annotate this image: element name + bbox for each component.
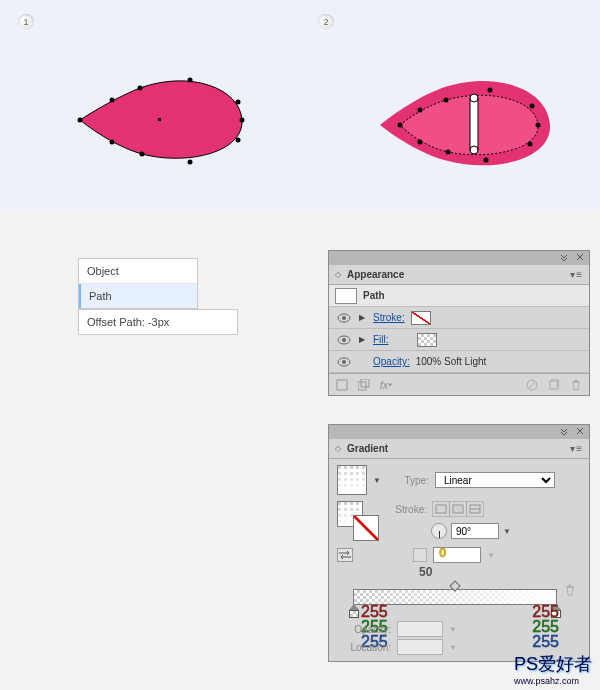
svg-rect-35 xyxy=(436,505,446,513)
vector-shape-2 xyxy=(370,70,560,180)
svg-point-14 xyxy=(444,98,449,103)
gradient-panel: ◇ Gradient ▾≡ ▼ Type: Linear Stroke: xyxy=(328,424,590,662)
reverse-gradient-button[interactable] xyxy=(337,548,353,562)
svg-rect-10 xyxy=(158,118,161,121)
clear-button[interactable] xyxy=(525,378,539,392)
svg-point-4 xyxy=(236,138,241,143)
svg-point-8 xyxy=(78,118,83,123)
duplicate-button[interactable] xyxy=(547,378,561,392)
appearance-target-row[interactable]: Path xyxy=(329,285,589,307)
aspect-ratio-icon xyxy=(413,548,427,562)
panel-tabbar xyxy=(329,251,589,265)
close-icon[interactable] xyxy=(575,252,585,262)
svg-point-5 xyxy=(188,160,193,165)
angle-dial-icon[interactable] xyxy=(431,523,447,539)
svg-point-7 xyxy=(110,140,115,145)
delete-stop-icon[interactable] xyxy=(563,583,577,597)
svg-point-21 xyxy=(418,140,423,145)
opacity-value: 100% Soft Light xyxy=(416,356,487,367)
appearance-fill-row[interactable]: ▶ Fill: xyxy=(329,329,589,351)
svg-point-0 xyxy=(138,86,143,91)
stop-opacity-input[interactable] xyxy=(397,621,443,637)
step-badge: 2 xyxy=(318,14,334,30)
stroke-within-button[interactable] xyxy=(432,501,450,517)
svg-point-20 xyxy=(446,150,451,155)
flyout-menu-icon[interactable]: ▾≡ xyxy=(570,443,583,454)
trash-icon[interactable] xyxy=(569,378,583,392)
svg-point-13 xyxy=(470,146,478,154)
svg-rect-36 xyxy=(453,505,463,513)
panel-tabbar xyxy=(329,425,589,439)
visibility-icon[interactable] xyxy=(335,309,353,327)
fill-stroke-swatches[interactable] xyxy=(337,501,379,541)
angle-input[interactable] xyxy=(451,523,499,539)
gradient-preview-swatch[interactable] xyxy=(337,465,367,495)
panel-title: Appearance xyxy=(347,269,404,280)
stroke-along-button[interactable] xyxy=(449,501,467,517)
new-art-button[interactable] xyxy=(335,378,349,392)
appearance-panel: ◇ Appearance ▾≡ Path ▶ Stroke: ▶ Fill: O… xyxy=(328,250,590,396)
stroke-across-button[interactable] xyxy=(466,501,484,517)
svg-point-17 xyxy=(536,123,541,128)
svg-rect-11 xyxy=(470,98,478,150)
preview-pane-1: 1 xyxy=(0,0,298,210)
midpoint-annotation: 50 xyxy=(419,565,600,579)
type-label: Type: xyxy=(387,475,429,486)
fill-swatch[interactable] xyxy=(417,333,437,347)
step-badge: 1 xyxy=(18,14,34,30)
vector-shape-1 xyxy=(70,70,250,170)
expand-icon[interactable]: ▶ xyxy=(359,313,367,322)
chevron-down-icon[interactable]: ▼ xyxy=(487,551,495,560)
flyout-menu-icon[interactable]: ▾≡ xyxy=(570,269,583,280)
chevron-down-icon[interactable]: ▼ xyxy=(373,476,381,485)
thumbnail-swatch xyxy=(335,288,357,304)
stroke-label[interactable]: Stroke: xyxy=(373,312,405,323)
disclosure-icon[interactable]: ◇ xyxy=(335,444,341,453)
stroke-swatch-none[interactable] xyxy=(411,311,431,325)
stroke-swatch[interactable] xyxy=(353,515,379,541)
opacity-label[interactable]: Opacity: xyxy=(373,356,410,367)
preview-pane-2: 2 xyxy=(300,0,598,210)
collapse-icon[interactable] xyxy=(559,252,569,262)
wizard-item-object[interactable]: Object xyxy=(79,259,197,284)
panel-title: Gradient xyxy=(347,443,388,454)
svg-point-15 xyxy=(488,88,493,93)
chevron-down-icon[interactable]: ▼ xyxy=(449,643,457,652)
menu-path-card: Object Path xyxy=(78,258,198,309)
gradient-type-select[interactable]: Linear xyxy=(435,472,555,488)
gradient-stop-left[interactable] xyxy=(349,604,359,616)
visibility-icon[interactable] xyxy=(335,331,353,349)
svg-point-1 xyxy=(188,78,193,83)
fx-button[interactable]: fx▾ xyxy=(379,378,393,392)
svg-point-29 xyxy=(342,360,346,364)
watermark: PS爱好者www.psahz.com xyxy=(514,652,592,686)
location-label: Location: xyxy=(337,642,391,653)
svg-rect-34 xyxy=(550,381,558,389)
svg-point-19 xyxy=(484,158,489,163)
svg-point-18 xyxy=(528,142,533,147)
svg-rect-30 xyxy=(337,380,347,390)
fill-label[interactable]: Fill: xyxy=(373,334,389,345)
svg-rect-32 xyxy=(361,379,369,387)
svg-point-6 xyxy=(140,152,145,157)
svg-point-23 xyxy=(418,108,423,113)
wizard-item-path[interactable]: Path xyxy=(79,284,197,308)
offset-path-card: Offset Path: -3px xyxy=(78,309,238,335)
stop-opacity-annotation: 0 xyxy=(439,545,446,560)
expand-icon[interactable]: ▶ xyxy=(359,335,367,344)
svg-point-25 xyxy=(342,316,346,320)
visibility-icon[interactable] xyxy=(335,353,353,371)
disclosure-icon[interactable]: ◇ xyxy=(335,270,341,279)
svg-point-16 xyxy=(530,104,535,109)
layers-button[interactable] xyxy=(357,378,371,392)
panel-header: ◇ Appearance ▾≡ xyxy=(329,265,589,285)
stop-location-input[interactable] xyxy=(397,639,443,655)
appearance-opacity-row[interactable]: Opacity: 100% Soft Light xyxy=(329,351,589,373)
chevron-down-icon[interactable]: ▼ xyxy=(503,527,511,536)
close-icon[interactable] xyxy=(575,426,585,436)
svg-point-2 xyxy=(236,100,241,105)
collapse-icon[interactable] xyxy=(559,426,569,436)
svg-point-27 xyxy=(342,338,346,342)
appearance-stroke-row[interactable]: ▶ Stroke: xyxy=(329,307,589,329)
chevron-down-icon[interactable]: ▼ xyxy=(449,625,457,634)
